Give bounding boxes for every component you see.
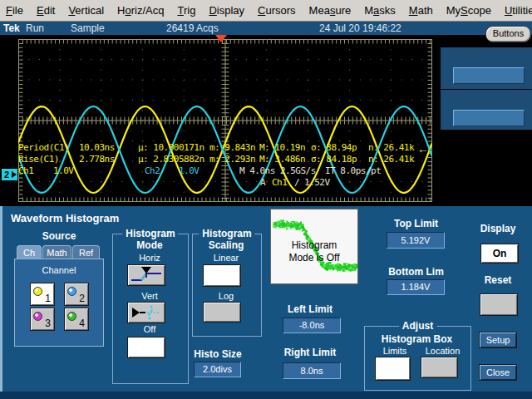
menu-item-edit[interactable]: Edit xyxy=(37,4,55,17)
readout-segment: M: 10.19n xyxy=(259,142,305,153)
readout-segment: μ: 2.8305882n xyxy=(138,154,204,165)
left-limit-field[interactable]: -8.0ns xyxy=(283,318,341,333)
readout-segment: 1.0V xyxy=(179,165,200,176)
menu-item-horiz-acq[interactable]: Horiz/Acq xyxy=(117,4,164,17)
oscilloscope-screen: FileEditVerticalHoriz/AcqTrigDisplayCurs… xyxy=(0,0,532,399)
menu-bar: FileEditVerticalHoriz/AcqTrigDisplayCurs… xyxy=(0,0,532,22)
menu-item-cursors[interactable]: Cursors xyxy=(258,4,296,17)
readout-segment: IT 8.0ps/pt xyxy=(325,165,381,176)
left-limit-label: Left Limit xyxy=(278,303,342,315)
right-limit-field[interactable]: 8.0ns xyxy=(283,362,341,379)
horiz-label: Horiz xyxy=(113,253,186,263)
readout-segment: Ch1 xyxy=(272,177,287,188)
readout-segment: A xyxy=(260,177,265,188)
histo-size-label: Histo Size xyxy=(190,348,245,360)
menu-item-myscope[interactable]: MyScope xyxy=(446,4,491,17)
adjust-location-button[interactable] xyxy=(421,357,458,378)
channel-1-button[interactable]: 1 xyxy=(30,283,55,306)
trigger-level-arrow-icon: ← xyxy=(417,142,429,155)
readout-segment: n: 26.41k xyxy=(368,142,414,153)
scaling-log-button[interactable] xyxy=(203,302,241,323)
display-on-button[interactable]: On xyxy=(480,244,519,264)
log-label: Log xyxy=(193,291,259,301)
menu-item-masks[interactable]: Masks xyxy=(364,4,396,17)
top-limit-field[interactable]: 5.192V xyxy=(387,232,445,249)
right-limit-label: Right Limit xyxy=(277,347,343,358)
channel-4-button[interactable]: 4 xyxy=(64,308,89,331)
vert-histogram-icon xyxy=(128,303,165,323)
menu-item-display[interactable]: Display xyxy=(209,4,244,17)
linear-label: Linear xyxy=(193,253,259,263)
tab-math[interactable]: Math xyxy=(42,245,71,259)
histogram-mode-off-button[interactable] xyxy=(127,337,165,358)
tab-ch[interactable]: Ch xyxy=(17,245,42,259)
acquisition-count: 26419 Acqs xyxy=(166,22,219,34)
histogram-mode-group: Histogram Mode Horiz Vert xyxy=(112,234,189,384)
scaling-linear-button[interactable] xyxy=(203,264,241,287)
waveform-display: Period(C1)10.03nsμ: 10.000171nm: 9.843nM… xyxy=(0,35,532,206)
buttons-button[interactable]: Buttons xyxy=(485,26,531,42)
menu-item-file[interactable]: File xyxy=(6,4,23,17)
readout-segment: σ: 38.94p xyxy=(311,142,357,153)
top-limit-label: Top Limit xyxy=(377,218,456,229)
vert-label: Vert xyxy=(113,291,186,301)
reset-label: Reset xyxy=(473,274,523,286)
adjust-limits-button[interactable] xyxy=(375,357,411,381)
bottom-strip xyxy=(0,392,532,399)
readout-segment: 2.778ns xyxy=(79,154,115,165)
limits-label: Limits xyxy=(373,346,416,356)
source-label: Source xyxy=(14,230,104,242)
histogram-mode-subtitle: Mode xyxy=(113,239,186,251)
histo-size-field[interactable]: 2.0divs xyxy=(194,362,241,377)
histogram-preview-box: Histogram Mode is Off xyxy=(270,209,358,284)
channel-3-color-dot xyxy=(33,312,42,321)
histogram-mode-horiz-button[interactable] xyxy=(127,264,165,286)
menu-item-measure[interactable]: Measure xyxy=(309,4,352,17)
reset-button[interactable] xyxy=(480,293,518,316)
source-box: Channel 1 2 3 4 xyxy=(14,259,104,347)
readout-segment: 1.52V xyxy=(304,177,330,188)
status-bar: Tek Run Sample 26419 Acqs 24 Jul 20 19:4… xyxy=(0,22,532,35)
channel-label: Channel xyxy=(15,265,103,275)
bottom-limit-label: Bottom Lim xyxy=(377,266,456,278)
tab-ref[interactable]: Ref xyxy=(72,245,100,259)
menu-item-math[interactable]: Math xyxy=(409,4,433,17)
side-readout-box-1 xyxy=(441,47,532,89)
datetime: 24 Jul 20 19:46:22 xyxy=(319,22,401,34)
menu-item-vertical[interactable]: Vertical xyxy=(68,4,104,17)
readout-segment: Rise(C1) xyxy=(18,154,59,165)
adjust-title: Adjust xyxy=(399,320,436,332)
location-label: Location xyxy=(420,346,466,356)
channel-2-button[interactable]: 2 xyxy=(64,283,89,306)
readout-segment: m: 2.293n xyxy=(209,154,255,165)
preview-text: Histogram Mode is Off xyxy=(271,239,357,264)
histogram-mode-vert-button[interactable] xyxy=(127,302,165,323)
histogram-box-label: Histogram Box xyxy=(365,333,469,345)
channel-3-button[interactable]: 3 xyxy=(30,308,55,331)
histogram-scaling-group: Histogram Scaling Linear Log xyxy=(192,234,262,337)
channel-1-color-dot xyxy=(33,287,42,296)
channel2-position-marker[interactable]: 2 xyxy=(2,169,17,180)
panel-title: Waveform Histogram xyxy=(11,212,119,224)
setup-button[interactable]: Setup xyxy=(479,332,517,348)
menu-item-trig[interactable]: Trig xyxy=(177,4,195,17)
readout-segment: n: 26.41k xyxy=(368,154,414,165)
channel-2-color-dot xyxy=(67,287,76,296)
channel-4-color-dot xyxy=(67,312,76,321)
readout-segment: σ: 84.18p xyxy=(311,154,357,165)
run-state: Run xyxy=(26,22,44,34)
bottom-limit-field[interactable]: 1.184V xyxy=(387,279,445,295)
readout-segment: m: 9.843n xyxy=(209,142,255,153)
menu-item-utilities[interactable]: Utilities xyxy=(505,4,532,17)
readout-segment: M 4.0ns 2.5GS/s xyxy=(239,165,316,176)
waveform-histogram-panel: Waveform Histogram Source Ch Math Ref Ch… xyxy=(0,206,532,392)
readout-segment: μ: 10.000171n xyxy=(138,142,204,153)
off-label: Off xyxy=(113,324,186,334)
histogram-scaling-subtitle: Scaling xyxy=(193,239,259,251)
side-readout-box-2 xyxy=(441,90,532,130)
horiz-histogram-icon xyxy=(128,265,165,285)
histogram-scaling-title: Histogram xyxy=(199,228,254,239)
side-readout-value-2 xyxy=(453,110,525,126)
side-readout-value-1 xyxy=(453,67,525,84)
close-button[interactable]: Close xyxy=(479,364,517,381)
